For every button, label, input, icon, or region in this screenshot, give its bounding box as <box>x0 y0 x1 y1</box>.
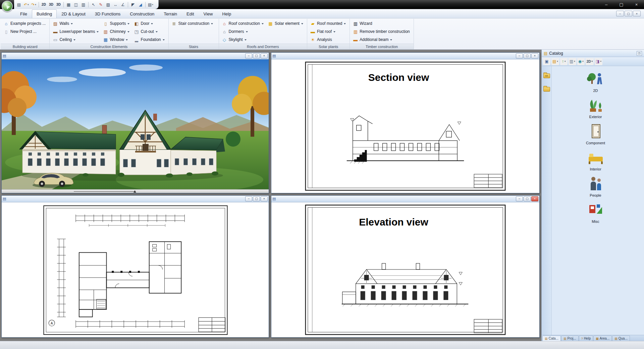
catalog-view-button[interactable]: ▣ <box>543 58 550 65</box>
catalog-page-button[interactable]: ▥▾ <box>569 58 576 65</box>
3d-render-canvas[interactable] <box>2 59 269 189</box>
catalog-item-misc[interactable]: Misc <box>576 202 616 223</box>
viewport-3d-minimize-button[interactable]: – <box>245 53 252 58</box>
catalog-library-button[interactable]: ▤▾ <box>551 58 559 65</box>
cut-out-button[interactable]: ◳Cut-out <box>132 28 165 36</box>
viewport-plan-maximize-button[interactable]: ▢ <box>253 196 260 201</box>
menu-tab-help[interactable]: Help <box>217 9 236 18</box>
new-project-button[interactable]: ▯New Project ... <box>2 28 47 36</box>
view-2d-button[interactable]: 2D <box>40 1 47 8</box>
corner-tool-button[interactable]: ◤ <box>129 1 137 8</box>
catalog-item-interior[interactable]: Interior <box>576 149 616 171</box>
move-tool-button[interactable]: ↔ <box>112 1 119 8</box>
pen-tool-button[interactable]: ✎ <box>97 1 104 8</box>
plan-drawing-canvas[interactable]: A <box>2 202 269 337</box>
tab-catalog[interactable]: ▤Cata... <box>542 336 561 341</box>
menu-tab-3d-functions[interactable]: 3D Functions <box>90 9 125 18</box>
tab-project[interactable]: ▥Proj... <box>561 336 579 341</box>
view-rotation-slider[interactable] <box>2 189 269 193</box>
supports-button[interactable]: ▯Supports <box>102 19 130 28</box>
mdi-restore-button[interactable]: ▢ <box>625 11 632 16</box>
slider-marker-icon[interactable] <box>133 190 136 193</box>
layout-split-vertical-button[interactable]: ◫ <box>72 1 79 8</box>
measure-tool-button[interactable]: ∠ <box>119 1 126 8</box>
mdi-minimize-button[interactable]: – <box>616 11 624 16</box>
viewport-section-minimize-button[interactable]: – <box>516 53 523 58</box>
viewport-section-maximize-button[interactable]: ▢ <box>524 53 531 58</box>
titlebar[interactable]: ▤ ↶▾ ↷▾ 2D 3D 3D ▦ ◫ ▥ ↖ ✎ ▨ ↔ ∠ ◤ ◢ ▤▾ … <box>0 0 644 9</box>
menu-tab-terrain[interactable]: Terrain <box>159 9 182 18</box>
select-tool-button[interactable]: ↖ <box>90 1 97 8</box>
viewport-elevation-titlebar[interactable]: ▤ – ▢ × <box>271 196 539 202</box>
hatch-tool-button[interactable]: ▨ <box>105 1 112 8</box>
layout-split-horizontal-button[interactable]: ▥ <box>80 1 87 8</box>
menu-tab-building[interactable]: Building <box>32 9 57 18</box>
menu-tab-construction[interactable]: Construction <box>125 9 159 18</box>
ceiling-button[interactable]: ▭Ceiling <box>51 36 100 44</box>
window-button[interactable]: ▦Window <box>102 36 130 44</box>
mdi-close-button[interactable]: × <box>633 11 641 16</box>
application-menu-button[interactable] <box>2 1 13 12</box>
viewport-plan-minimize-button[interactable]: – <box>245 196 252 201</box>
viewport-3d-close-button[interactable]: × <box>261 53 268 58</box>
additional-beam-button[interactable]: ▬Additional beam <box>352 36 411 44</box>
section-drawing-canvas[interactable]: Section view <box>271 59 539 193</box>
minimize-window-button[interactable]: – <box>599 0 614 9</box>
tab-help[interactable]: ?Help <box>579 336 593 341</box>
door-button[interactable]: ◧Door <box>132 19 165 28</box>
menu-tab-2d-layout[interactable]: 2D & Layout <box>57 9 90 18</box>
roof-construction-button[interactable]: ⌂Roof construction <box>221 19 265 28</box>
tab-area[interactable]: ▦Area... <box>593 336 612 341</box>
viewport-3d-maximize-button[interactable]: ▢ <box>253 53 260 58</box>
catalog-item-component[interactable]: Component <box>576 123 616 145</box>
flat-roof-button[interactable]: ▬Flat roof <box>309 28 347 36</box>
menu-tab-file[interactable]: File <box>15 9 32 18</box>
folder-ha-icon[interactable]: HA <box>543 73 550 78</box>
view-3d-section-button[interactable]: 3D <box>55 1 62 8</box>
catalog-item-exterior[interactable]: Exterior <box>576 97 616 119</box>
tab-quantities[interactable]: ▧Qua... <box>612 336 630 341</box>
catalog-web-button[interactable]: ◉▾ <box>577 58 585 65</box>
analysis-button[interactable]: ☀Analysis <box>309 36 347 44</box>
solar-element-button[interactable]: ▦Solar element <box>267 19 304 28</box>
catalog-materials-button[interactable]: ◨▾ <box>595 58 602 65</box>
dormers-button[interactable]: ⌂Dormers <box>221 28 265 36</box>
lower-upper-beams-button[interactable]: ▬Lower/upper beams <box>51 28 100 36</box>
undo-button[interactable]: ↶▾ <box>23 1 30 8</box>
material-tool-button[interactable]: ◢ <box>137 1 144 8</box>
catalog-header[interactable]: ▤ Catalog ◳ <box>542 50 644 57</box>
menu-tab-edit[interactable]: Edit <box>182 9 199 18</box>
catalog-item-people[interactable]: People <box>576 176 616 197</box>
example-projects-button[interactable]: ⌂Example projects ... <box>2 19 47 28</box>
page-templates-button[interactable]: ▤▾ <box>147 1 154 8</box>
viewport-elevation-maximize-button[interactable]: ▢ <box>524 196 531 201</box>
chimney-button[interactable]: ▥Chimney <box>102 28 130 36</box>
viewport-plan-titlebar[interactable]: ▤ – ▢ × <box>2 196 269 202</box>
catalog-item-2d[interactable]: 2D <box>576 71 616 93</box>
timber-wizard-button[interactable]: ▥Wizard <box>352 19 411 28</box>
viewport-elevation-close-button[interactable]: × <box>531 196 538 201</box>
folder-up-button[interactable]: ↑▾ <box>560 58 568 65</box>
catalog-2d-button[interactable]: 2D▾ <box>586 58 594 65</box>
new-document-button[interactable]: ▤ <box>15 1 22 8</box>
redo-button[interactable]: ↷▾ <box>30 1 37 8</box>
menu-tab-view[interactable]: View <box>199 9 218 18</box>
viewport-3d-titlebar[interactable]: ▤ – ▢ × <box>2 53 269 59</box>
view-3d-button[interactable]: 3D <box>48 1 55 8</box>
foundation-button[interactable]: ▂Foundation <box>132 36 165 44</box>
skylight-button[interactable]: ◇Skylight <box>221 36 265 44</box>
maximize-window-button[interactable]: ▢ <box>614 0 629 9</box>
close-window-button[interactable]: × <box>629 0 644 9</box>
folder-icon[interactable] <box>543 87 550 92</box>
stair-construction-button[interactable]: ≣Stair construction <box>170 19 216 28</box>
elevation-drawing-canvas[interactable]: Elevation view <box>271 202 539 337</box>
viewport-section-titlebar[interactable]: ▤ – ▢ × <box>271 53 539 59</box>
layout-quad-button[interactable]: ▦ <box>65 1 72 8</box>
viewport-section-close-button[interactable]: × <box>531 53 538 58</box>
viewport-elevation-minimize-button[interactable]: – <box>516 196 523 201</box>
viewport-plan-close-button[interactable]: × <box>261 196 268 201</box>
roof-mounted-button[interactable]: ▰Roof mounted <box>309 19 347 28</box>
catalog-undock-button[interactable]: ◳ <box>637 51 642 56</box>
walls-button[interactable]: ▨Walls <box>51 19 100 28</box>
remove-timber-construction-button[interactable]: ▥Remove timber construction <box>352 28 411 36</box>
